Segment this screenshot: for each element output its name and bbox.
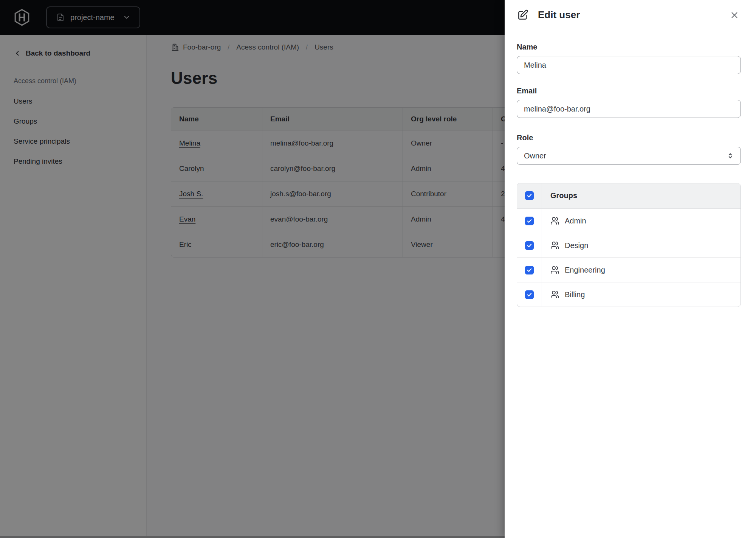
group-checkbox-billing[interactable] [525, 290, 534, 299]
email-field-label: Email [517, 86, 741, 95]
name-field[interactable] [517, 56, 741, 74]
users-icon [550, 216, 559, 225]
groups-card: Groups Admin [517, 183, 741, 307]
role-field-label: Role [517, 133, 741, 142]
edit-user-drawer: Edit user Name Email Role Owner [505, 0, 756, 538]
group-label-design: Design [565, 241, 588, 250]
group-row-engineering: Engineering [517, 257, 741, 282]
groups-header-check-cell [517, 183, 542, 208]
group-check-cell [517, 209, 542, 233]
select-all-groups-checkbox[interactable] [525, 191, 534, 200]
groups-header-label: Groups [542, 183, 741, 208]
close-icon[interactable] [728, 9, 741, 22]
group-row-design: Design [517, 233, 741, 257]
group-checkbox-design[interactable] [525, 241, 534, 250]
users-icon [550, 290, 559, 299]
group-label-admin: Admin [565, 217, 586, 225]
role-select-value: Owner [524, 152, 546, 160]
users-icon [550, 265, 559, 274]
email-field[interactable] [517, 100, 741, 118]
edit-icon [517, 9, 529, 21]
drawer-body: Name Email Role Owner Groups [505, 30, 756, 307]
group-check-cell [517, 282, 542, 307]
drawer-header: Edit user [505, 0, 756, 30]
group-label-billing: Billing [565, 290, 585, 299]
group-row-billing: Billing [517, 282, 741, 307]
group-check-cell [517, 258, 542, 282]
group-label-engineering: Engineering [565, 266, 605, 274]
drawer-title: Edit user [538, 9, 728, 21]
groups-header-row: Groups [517, 183, 741, 208]
group-checkbox-engineering[interactable] [525, 266, 534, 274]
group-row-admin: Admin [517, 208, 741, 233]
group-check-cell [517, 233, 542, 257]
users-icon [550, 241, 559, 250]
select-caret-icon [726, 152, 734, 160]
name-field-label: Name [517, 42, 741, 51]
group-checkbox-admin[interactable] [525, 217, 534, 225]
role-select[interactable]: Owner [517, 147, 741, 165]
